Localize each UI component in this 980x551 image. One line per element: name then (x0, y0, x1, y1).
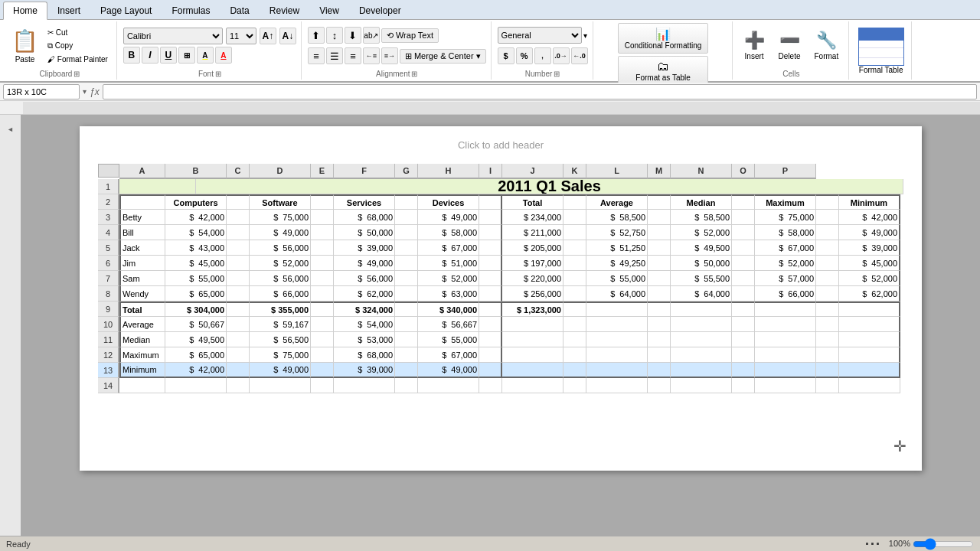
cell-b1-span[interactable]: 2011 Q1 Sales (196, 179, 903, 194)
cell-k13[interactable] (564, 363, 586, 378)
cell-e13[interactable] (311, 363, 334, 378)
cell-o9[interactable] (732, 302, 755, 317)
cell-h11[interactable]: $ 55,000 (418, 332, 479, 347)
cell-r11[interactable] (839, 332, 900, 347)
cell-r3[interactable]: $ 42,000 (839, 210, 900, 225)
conditional-formatting-button[interactable]: 📊 Conditional Formatting (618, 23, 709, 54)
row-num-6[interactable]: 6 (98, 256, 119, 271)
cell-q13[interactable] (816, 363, 839, 378)
cell-f12[interactable]: $ 68,000 (334, 347, 395, 363)
cell-i3[interactable] (479, 210, 502, 225)
cell-m13[interactable] (648, 363, 671, 378)
cell-b7[interactable]: $ 55,000 (165, 271, 227, 286)
cell-q3[interactable] (816, 210, 839, 225)
cell-m9[interactable] (648, 302, 671, 317)
delete-button[interactable]: ➖ Delete (773, 27, 806, 64)
col-header-k[interactable]: K (564, 164, 586, 179)
row-num-14[interactable]: 14 (98, 378, 119, 393)
cell-o7[interactable] (732, 271, 755, 286)
cell-a14[interactable] (119, 378, 165, 393)
cell-p7[interactable]: $ 57,000 (755, 271, 816, 286)
cell-m3[interactable] (648, 210, 671, 225)
cell-o5[interactable] (732, 240, 755, 256)
zoom-slider[interactable] (913, 538, 974, 550)
name-box-dropdown-icon[interactable]: ▾ (83, 87, 87, 96)
tab-page-layout[interactable]: Page Layout (90, 2, 162, 19)
cell-g11[interactable] (395, 332, 418, 347)
col-header-b[interactable]: B (165, 164, 227, 179)
cell-d3[interactable]: $ 75,000 (250, 210, 311, 225)
cell-k12[interactable] (564, 347, 586, 363)
cell-a6[interactable]: Jim (119, 256, 165, 271)
cell-g5[interactable] (395, 240, 418, 256)
cell-r10[interactable] (839, 317, 900, 332)
cell-b3[interactable]: $ 42,000 (165, 210, 227, 225)
cell-n9[interactable] (671, 302, 732, 317)
cell-p10[interactable] (755, 317, 816, 332)
cell-c12[interactable] (227, 347, 250, 363)
tab-home[interactable]: Home (3, 2, 47, 20)
cell-f5[interactable]: $ 39,000 (334, 240, 395, 256)
cell-q4[interactable] (816, 225, 839, 240)
cell-o4[interactable] (732, 225, 755, 240)
cell-l4[interactable]: $ 52,750 (586, 225, 648, 240)
cell-f11[interactable]: $ 53,000 (334, 332, 395, 347)
cell-p14[interactable] (755, 378, 816, 393)
underline-button[interactable]: U (160, 47, 177, 64)
header-placeholder[interactable]: Click to add header (98, 139, 903, 152)
cell-m5[interactable] (648, 240, 671, 256)
cell-g14[interactable] (395, 378, 418, 393)
page-break-icon[interactable]: ▪ (877, 538, 880, 547)
cell-l8[interactable]: $ 64,000 (586, 286, 648, 302)
cell-a11[interactable]: Median (119, 332, 165, 347)
name-box[interactable] (3, 84, 80, 99)
cell-h4[interactable]: $ 58,000 (418, 225, 479, 240)
number-format-select[interactable]: General (498, 27, 582, 44)
cell-j2[interactable]: Total (502, 194, 564, 210)
cell-i10[interactable] (479, 317, 502, 332)
cell-k3[interactable] (564, 210, 586, 225)
cell-l6[interactable]: $ 49,250 (586, 256, 648, 271)
decrease-decimal-button[interactable]: ←.0 (571, 47, 588, 64)
cell-k9[interactable] (564, 302, 586, 317)
cell-e2[interactable] (311, 194, 334, 210)
cell-r4[interactable]: $ 49,000 (839, 225, 900, 240)
cell-d6[interactable]: $ 52,000 (250, 256, 311, 271)
cell-h14[interactable] (418, 378, 479, 393)
number-expand-icon[interactable]: ▾ (583, 31, 587, 40)
cell-b9[interactable]: $ 304,000 (165, 302, 227, 317)
cell-n7[interactable]: $ 55,500 (671, 271, 732, 286)
cell-d14[interactable] (250, 378, 311, 393)
cell-c9[interactable] (227, 302, 250, 317)
cell-o2[interactable] (732, 194, 755, 210)
cell-m14[interactable] (648, 378, 671, 393)
cell-i8[interactable] (479, 286, 502, 302)
cell-f4[interactable]: $ 50,000 (334, 225, 395, 240)
cell-o13[interactable] (732, 363, 755, 378)
cell-g8[interactable] (395, 286, 418, 302)
cell-n11[interactable] (671, 332, 732, 347)
cell-r2[interactable]: Minimum (839, 194, 900, 210)
normal-view-icon[interactable]: ▪ (866, 538, 869, 547)
cell-c3[interactable] (227, 210, 250, 225)
increase-font-button[interactable]: A↑ (260, 28, 276, 44)
cell-p2[interactable]: Maximum (755, 194, 816, 210)
cell-n3[interactable]: $ 58,500 (671, 210, 732, 225)
tab-insert[interactable]: Insert (47, 2, 90, 19)
cell-m10[interactable] (648, 317, 671, 332)
cell-n10[interactable] (671, 317, 732, 332)
row-num-7[interactable]: 7 (98, 271, 119, 286)
cell-n5[interactable]: $ 49,500 (671, 240, 732, 256)
cell-d12[interactable]: $ 75,000 (250, 347, 311, 363)
cell-e7[interactable] (311, 271, 334, 286)
cell-f6[interactable]: $ 49,000 (334, 256, 395, 271)
cell-f13[interactable]: $ 39,000 (334, 363, 395, 378)
cell-c13[interactable] (227, 363, 250, 378)
cell-a3[interactable]: Betty (119, 210, 165, 225)
cell-b13[interactable]: $ 42,000 (165, 363, 227, 378)
align-top-right-button[interactable]: ⬇ (345, 27, 361, 44)
cell-i7[interactable] (479, 271, 502, 286)
format-painter-button[interactable]: 🖌 Format Painter (44, 54, 112, 65)
col-header-f[interactable]: F (334, 164, 395, 179)
cell-g7[interactable] (395, 271, 418, 286)
